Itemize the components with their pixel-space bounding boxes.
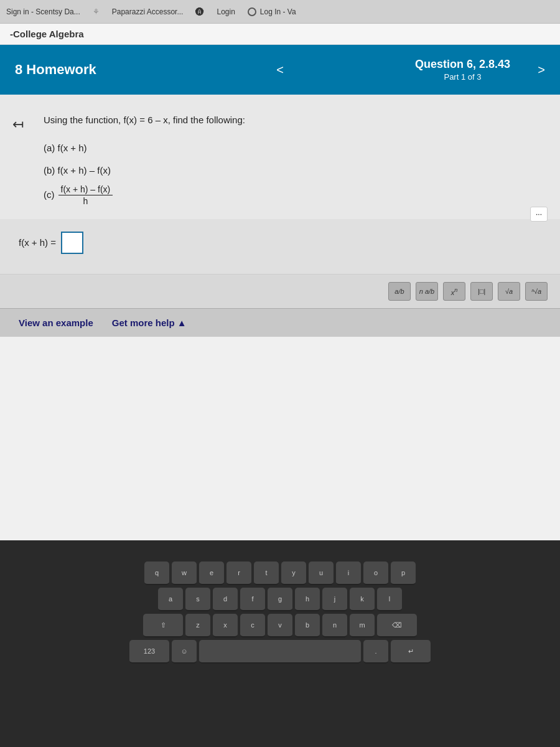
key-shift[interactable]: ⇧ xyxy=(143,614,183,637)
toolbar-fraction-btn[interactable]: a/b xyxy=(388,282,411,301)
login-circle-icon xyxy=(248,7,256,16)
key-s[interactable]: s xyxy=(185,588,210,611)
tab-bar: Sign in - Scentsy Da... ⚘ Paparazzi Acce… xyxy=(0,0,560,24)
nav-left-button[interactable]: < xyxy=(276,63,284,77)
tab-login2[interactable]: Log In - Va xyxy=(248,7,296,16)
key-123[interactable]: 123 xyxy=(129,640,169,664)
tab-login1[interactable]: Login xyxy=(217,7,235,16)
question-info: Question 6, 2.8.43 Part 1 of 3 xyxy=(415,58,510,82)
key-p[interactable]: p xyxy=(391,561,416,585)
college-algebra-title: -College Algebra xyxy=(10,29,84,39)
toolbar-abs-btn[interactable]: |□| xyxy=(470,282,493,301)
key-u[interactable]: u xyxy=(309,561,334,585)
main-content: 8 Homework < Question 6, 2.8.43 Part 1 o… xyxy=(0,45,560,580)
question-instruction: Using the function, f(x) = 6 – x, find t… xyxy=(44,113,541,128)
nav-right-button[interactable]: > xyxy=(538,63,545,77)
fraction-icon: a/b xyxy=(394,288,404,295)
tab-separator-icon: ⚘ xyxy=(93,7,100,16)
tab-scentsy[interactable]: Sign in - Scentsy Da... xyxy=(6,7,80,16)
keyboard-row-1: q w e r t y u i o p xyxy=(0,561,560,585)
question-content: ↤ Using the function, f(x) = 6 – x, find… xyxy=(0,95,560,219)
key-k[interactable]: k xyxy=(350,588,375,611)
tab-login-icon: 🅐 xyxy=(195,7,204,17)
page-header: -College Algebra xyxy=(0,24,560,45)
key-t[interactable]: t xyxy=(254,561,279,585)
tab-paparazzi-label: Paparazzi Accessor... xyxy=(112,7,184,16)
key-emoji[interactable]: ☺ xyxy=(172,640,197,664)
key-i[interactable]: i xyxy=(336,561,361,585)
toolbar-mixed-btn[interactable]: n a/b xyxy=(416,282,438,301)
keyboard-row-3: ⇧ z x c v b n m ⌫ xyxy=(0,614,560,637)
part-c-label: (c) xyxy=(44,186,55,204)
keyboard-row-4: 123 ☺ . ↵ xyxy=(0,640,560,664)
key-e[interactable]: e xyxy=(199,561,224,585)
key-space[interactable] xyxy=(199,640,361,664)
key-l[interactable]: l xyxy=(377,588,402,611)
key-o[interactable]: o xyxy=(363,561,388,585)
superscript-icon: xn xyxy=(451,287,458,296)
key-period[interactable]: . xyxy=(363,640,388,664)
mixed-icon: n a/b xyxy=(419,288,434,295)
keyboard-area: q w e r t y u i o p a s d f g h j k l ⇧ … xyxy=(0,540,560,715)
sqrt-icon: √a xyxy=(505,288,513,295)
key-return[interactable]: ↵ xyxy=(391,640,431,664)
part-c-fraction: f(x + h) – f(x) h xyxy=(58,184,113,207)
key-a[interactable]: a xyxy=(158,588,183,611)
tab-paparazzi[interactable]: Paparazzi Accessor... xyxy=(112,7,184,16)
more-options-icon: ··· xyxy=(536,210,542,218)
tab-login1-label: Login xyxy=(217,7,235,16)
key-d[interactable]: d xyxy=(213,588,238,611)
part-b: (b) f(x + h) – f(x) xyxy=(44,161,541,180)
key-backspace[interactable]: ⌫ xyxy=(377,614,417,637)
key-m[interactable]: m xyxy=(350,614,375,637)
key-b[interactable]: b xyxy=(295,614,320,637)
bottom-bar: View an example Get more help ▲ xyxy=(0,308,560,337)
question-part: Part 1 of 3 xyxy=(415,72,510,82)
key-f[interactable]: f xyxy=(240,588,265,611)
key-q[interactable]: q xyxy=(144,561,169,585)
key-h[interactable]: h xyxy=(295,588,320,611)
homework-bar: 8 Homework < Question 6, 2.8.43 Part 1 o… xyxy=(0,45,560,95)
key-w[interactable]: w xyxy=(172,561,197,585)
key-x[interactable]: x xyxy=(213,614,238,637)
homework-title: 8 Homework xyxy=(15,62,96,78)
toolbar-nthroot-btn[interactable]: ⁿ√a xyxy=(525,282,548,301)
absolute-value-icon: |□| xyxy=(478,288,485,295)
fraction-denominator: h xyxy=(80,195,90,207)
part-a: (a) f(x + h) xyxy=(44,139,541,157)
more-options-button[interactable]: ··· xyxy=(530,207,548,222)
key-z[interactable]: z xyxy=(185,614,210,637)
toolbar-superscript-btn[interactable]: xn xyxy=(443,282,465,301)
part-c-container: (c) f(x + h) – f(x) h xyxy=(44,184,541,207)
view-example-link[interactable]: View an example xyxy=(19,317,93,328)
question-parts: (a) f(x + h) (b) f(x + h) – f(x) (c) f(x… xyxy=(44,139,541,207)
question-number: Question 6, 2.8.43 xyxy=(415,58,510,71)
answer-area: f(x + h) = xyxy=(0,219,560,274)
key-r[interactable]: r xyxy=(226,561,251,585)
answer-input[interactable] xyxy=(61,232,83,254)
fraction-numerator: f(x + h) – f(x) xyxy=(58,184,113,195)
get-more-help-link[interactable]: Get more help ▲ xyxy=(112,317,187,328)
tab-login2-label: Log In - Va xyxy=(260,7,296,16)
nthroot-icon: ⁿ√a xyxy=(531,288,541,295)
key-n[interactable]: n xyxy=(322,614,347,637)
key-g[interactable]: g xyxy=(268,588,292,611)
key-j[interactable]: j xyxy=(322,588,347,611)
tab-scentsy-label: Sign in - Scentsy Da... xyxy=(6,7,80,16)
key-y[interactable]: y xyxy=(281,561,306,585)
keyboard-row-2: a s d f g h j k l xyxy=(0,588,560,611)
answer-label-text: f(x + h) = xyxy=(19,237,56,248)
key-c[interactable]: c xyxy=(240,614,265,637)
back-arrow-icon[interactable]: ↤ xyxy=(12,116,24,133)
key-v[interactable]: v xyxy=(268,614,292,637)
math-toolbar: a/b n a/b xn |□| √a ⁿ√a xyxy=(0,274,560,308)
answer-label: f(x + h) = xyxy=(19,232,541,254)
toolbar-sqrt-btn[interactable]: √a xyxy=(498,282,520,301)
